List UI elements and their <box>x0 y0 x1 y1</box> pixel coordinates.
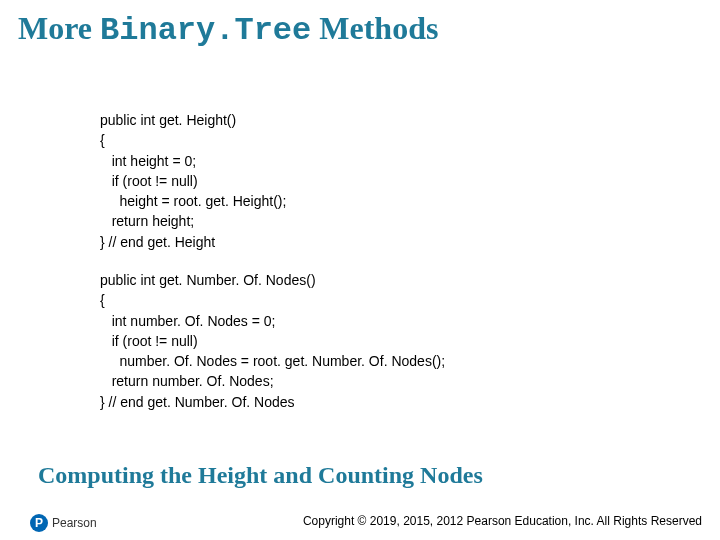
code-line: return number. Of. Nodes; <box>100 371 445 391</box>
code-line: if (root != null) <box>100 171 286 191</box>
code-line: int number. Of. Nodes = 0; <box>100 311 445 331</box>
pearson-logo: P Pearson <box>30 514 97 532</box>
title-mono: Binary.Tree <box>100 12 311 49</box>
code-line: if (root != null) <box>100 331 445 351</box>
code-line: public int get. Height() <box>100 110 286 130</box>
code-line: int height = 0; <box>100 151 286 171</box>
pearson-p-icon: P <box>30 514 48 532</box>
slide-title: More Binary.Tree Methods <box>18 10 438 49</box>
code-line: height = root. get. Height(); <box>100 191 286 211</box>
title-pre: More <box>18 10 100 46</box>
code-line: number. Of. Nodes = root. get. Number. O… <box>100 351 445 371</box>
copyright-footer: Copyright © 2019, 2015, 2012 Pearson Edu… <box>303 514 702 528</box>
code-block-get-height: public int get. Height() { int height = … <box>100 110 286 252</box>
code-line: } // end get. Height <box>100 232 286 252</box>
pearson-text: Pearson <box>52 516 97 530</box>
code-block-get-number-of-nodes: public int get. Number. Of. Nodes() { in… <box>100 270 445 412</box>
code-line: { <box>100 130 286 150</box>
code-line: } // end get. Number. Of. Nodes <box>100 392 445 412</box>
code-line: return height; <box>100 211 286 231</box>
title-post: Methods <box>311 10 438 46</box>
code-line: public int get. Number. Of. Nodes() <box>100 270 445 290</box>
slide-subtitle: Computing the Height and Counting Nodes <box>38 462 483 489</box>
code-line: { <box>100 290 445 310</box>
